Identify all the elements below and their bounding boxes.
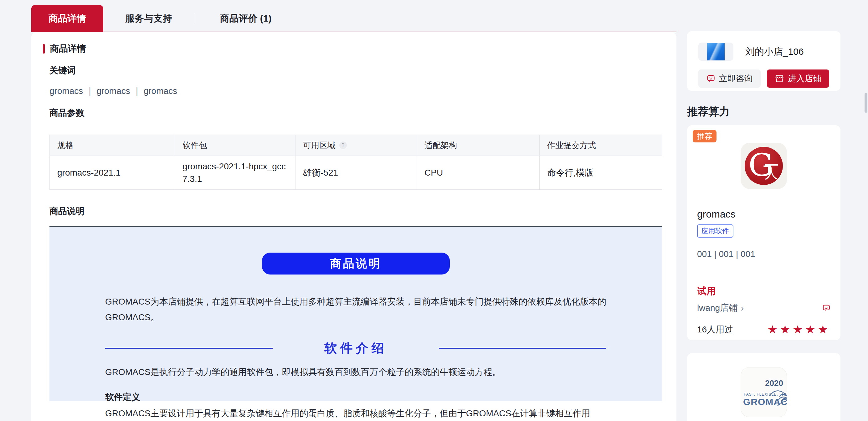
chevron-right-icon: ›	[741, 303, 744, 313]
gromacs-2020-logo: 2020 FAST. FLEXIBLE. FREE. GROMACS	[741, 367, 787, 417]
consult-button[interactable]: 立即咨询	[699, 69, 761, 88]
params-label: 商品参数	[50, 107, 662, 119]
gromacs-logo-mark: 人	[765, 164, 778, 181]
software-intro-title: 软件介绍	[273, 340, 439, 357]
trial-label: 试用	[697, 285, 831, 298]
col-spec: 规格	[50, 135, 175, 156]
description-banner: 商品说明	[262, 252, 450, 274]
gromacs-logo: G 人	[741, 143, 787, 189]
help-icon[interactable]: ?	[339, 142, 347, 149]
software-definition-text: GROMACS主要设计用于具有大量复杂键相互作用的蛋白质、脂质和核酸等生化分子，…	[105, 405, 606, 421]
chat-icon	[707, 74, 715, 83]
keywords-value: gromacs ｜ gromacs ｜ gromacs	[50, 85, 662, 97]
product-store-link[interactable]: lwang店铺 ›	[697, 302, 744, 314]
recommend-heading: 推荐算力	[687, 104, 730, 119]
tab-divider	[195, 14, 195, 24]
params-header-row: 规格 软件包 可用区域 ? 适配架构 作业提交方式	[50, 135, 662, 156]
decor-line-left	[105, 348, 273, 349]
second-product-card[interactable]: 2020 FAST. FLEXIBLE. FREE. GROMACS	[687, 353, 840, 421]
cell-arch: CPU	[417, 156, 540, 190]
recommended-product-card[interactable]: 推荐 G 人 gromacs 应用软件 001 | 001 | 001 试用 l…	[687, 125, 840, 340]
recommend-badge: 推荐	[693, 130, 716, 143]
col-package: 软件包	[175, 135, 296, 156]
tab-reviews[interactable]: 商品评价 (1)	[210, 5, 282, 32]
description-label: 商品说明	[50, 205, 662, 217]
store-actions-row: 立即咨询 进入店铺	[699, 69, 829, 88]
enter-store-button[interactable]: 进入店铺	[767, 69, 829, 88]
params-data-row: gromacs-2021.1 gromacs-2021.1-hpcx_gcc7.…	[50, 156, 662, 190]
tab-product-detail[interactable]: 商品详情	[31, 5, 103, 32]
product-store-name: lwang店铺	[697, 302, 738, 314]
main-panel: 商品详情 关键词 gromacs ｜ gromacs ｜ gromacs 商品参…	[31, 32, 676, 421]
store-card: 刘的小店_106 立即咨询 进入店铺	[687, 31, 840, 91]
params-table: 规格 软件包 可用区域 ? 适配架构 作业提交方式 gromacs-2021.1…	[50, 134, 662, 190]
store-info-row: 刘的小店_106	[699, 42, 829, 61]
gromacs-logo-circle: G 人	[745, 147, 783, 185]
software-definition-heading: 软件定义	[105, 391, 606, 403]
section-header: 商品详情	[50, 42, 662, 55]
store-avatar	[699, 42, 734, 61]
description-intro: GROMACS为本店铺提供，在超算互联网平台上使用多种超算主流编译器安装，目前本…	[105, 294, 606, 325]
usage-rating-row: 16人用过 ★★★★★	[697, 323, 831, 336]
cell-region: 雄衡-521	[296, 156, 417, 190]
used-count: 16人用过	[697, 324, 733, 335]
tab-bar: 商品详情 服务与支持 商品评价 (1)	[31, 0, 676, 32]
chat-icon[interactable]	[822, 304, 831, 312]
storefront-icon	[775, 74, 784, 83]
logo-year: 2020	[765, 379, 783, 388]
col-submit: 作业提交方式	[540, 135, 662, 156]
keywords-label: 关键词	[50, 64, 662, 77]
description-panel: 商品说明 GROMACS为本店铺提供，在超算互联网平台上使用多种超算主流编译器安…	[50, 226, 662, 401]
consult-label: 立即咨询	[719, 73, 753, 84]
cell-submit: 命令行,模版	[540, 156, 662, 190]
cell-spec: gromacs-2021.1	[50, 156, 175, 190]
product-codes: 001 | 001 | 001	[697, 249, 831, 259]
category-badge: 应用软件	[697, 224, 734, 238]
scrollbar-thumb[interactable]	[865, 93, 867, 113]
star-rating: ★★★★★	[768, 323, 831, 336]
tab-service-support[interactable]: 服务与支持	[116, 5, 182, 32]
store-logo-image	[707, 43, 725, 60]
store-name: 刘的小店_106	[745, 46, 804, 58]
software-summary: GROMACS是执行分子动力学的通用软件包，即模拟具有数百到数百万个粒子的系统的…	[105, 364, 606, 380]
product-store-row[interactable]: lwang店铺 ›	[697, 302, 831, 314]
col-region-label: 可用区域	[303, 140, 336, 151]
cell-package: gromacs-2021.1-hpcx_gcc7.3.1	[175, 156, 296, 190]
software-intro-header: 软件介绍	[105, 340, 606, 357]
product-detail-content: 商品详情 关键词 gromacs ｜ gromacs ｜ gromacs 商品参…	[31, 42, 676, 401]
enter-store-label: 进入店铺	[788, 73, 822, 84]
product-name[interactable]: gromacs	[697, 208, 831, 220]
col-arch: 适配架构	[417, 135, 540, 156]
col-region: 可用区域 ?	[296, 135, 417, 156]
decor-line-right	[439, 348, 606, 349]
section-title: 商品详情	[50, 42, 86, 55]
section-accent-bar	[43, 44, 45, 54]
product-detail-page: 商品详情 服务与支持 商品评价 (1) 商品详情 关键词 gromacs ｜ g…	[0, 0, 868, 421]
bird-icon	[769, 388, 787, 409]
